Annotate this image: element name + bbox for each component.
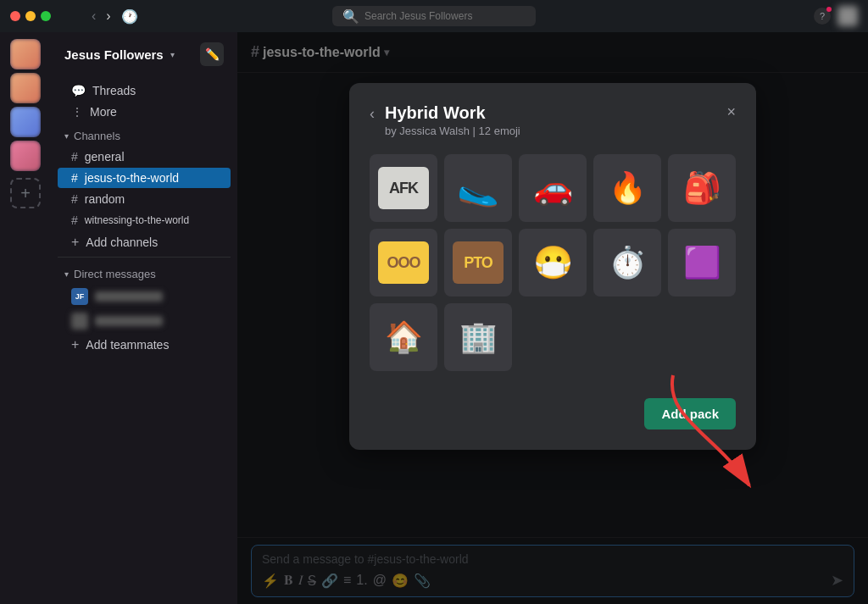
modal-author: by Jessica Walsh (385, 125, 470, 137)
emoji-afk[interactable]: AFK (370, 154, 437, 222)
afk-text: AFK (378, 167, 429, 209)
search-icon: 🔍 (342, 8, 359, 25)
app-rail: + (0, 32, 51, 604)
emoji-slipper[interactable]: 🥿 (444, 154, 512, 222)
sidebar-item-dm-2[interactable] (58, 309, 231, 333)
sidebar: Jesus Followers ▾ ✏️ 💬 Threads ⋮ More ▾ … (51, 32, 237, 604)
slack-box-char: 🟪 (683, 245, 721, 280)
rail-item-2[interactable] (10, 107, 41, 137)
workspace-chevron: ▾ (170, 50, 175, 59)
modal-back-button[interactable]: ‹ (370, 105, 375, 123)
emoji-slack-box[interactable]: 🟪 (668, 229, 736, 296)
emoji-empty-3 (668, 303, 736, 371)
emoji-ooo[interactable]: OOO (370, 229, 437, 296)
modal-title-section: Hybrid Work by Jessica Walsh | 12 emoji (385, 103, 716, 137)
modal-subtitle: by Jessica Walsh | 12 emoji (385, 125, 716, 137)
add-workspace-button[interactable]: + (10, 178, 41, 208)
sidebar-divider (58, 257, 231, 258)
more-label: More (90, 105, 117, 119)
close-button[interactable] (10, 11, 20, 21)
add-pack-button[interactable]: Add pack (644, 398, 736, 429)
main-layout: + Jesus Followers ▾ ✏️ 💬 Threads ⋮ More … (0, 32, 868, 604)
titlebar: ‹ › 🕐 🔍 ? (0, 0, 868, 32)
emoji-pocket-watch[interactable]: ⏱️ (593, 229, 661, 296)
dm-section-header[interactable]: ▾ Direct messages (51, 261, 237, 284)
search-bar[interactable]: 🔍 (332, 6, 536, 26)
modal-footer: Add pack (370, 398, 736, 429)
workspace-icon[interactable] (10, 39, 41, 69)
sidebar-item-witnessing[interactable]: # witnessing-to-the-world (58, 210, 231, 230)
hash-icon-active: # (71, 171, 78, 185)
forward-arrow[interactable]: › (103, 7, 114, 26)
threads-label: Threads (92, 84, 136, 97)
active-channel-label: jesus-to-the-world (85, 171, 179, 185)
emoji-building[interactable]: 🏢 (444, 303, 512, 371)
emoji-empty-2 (593, 303, 661, 371)
add-teammates-label: Add teammates (86, 338, 169, 352)
traffic-lights (10, 11, 51, 21)
search-input[interactable] (364, 10, 526, 22)
ooo-text: OOO (378, 241, 429, 284)
emoji-face-mask[interactable]: 😷 (519, 229, 587, 296)
desk-fire-char: 🔥 (609, 170, 647, 206)
sidebar-item-add-channels[interactable]: + Add channels (58, 231, 231, 253)
titlebar-right: ? (814, 6, 858, 26)
hash-icon-witnessing: # (71, 213, 78, 227)
modal-title: Hybrid Work (385, 103, 716, 123)
channels-toggle: ▾ (64, 131, 69, 141)
workspace-name: Jesus Followers (64, 47, 164, 62)
rail-item-1[interactable] (10, 73, 41, 103)
emoji-pto[interactable]: PTO (444, 229, 512, 296)
hash-icon-general: # (71, 150, 78, 163)
modal-emoji-count: 12 emoji (479, 125, 520, 137)
emoji-empty-1 (519, 303, 587, 371)
house-slack-char: 🏠 (385, 319, 423, 355)
pocket-watch-char: ⏱️ (609, 245, 647, 280)
sidebar-item-jesus-to-the-world[interactable]: # jesus-to-the-world (58, 168, 231, 188)
user-avatar[interactable] (837, 6, 858, 26)
dm-name-2 (95, 316, 163, 326)
emoji-car-sign[interactable]: 🚗 (519, 154, 587, 222)
hash-icon-random: # (71, 192, 78, 206)
building-char: 🏢 (459, 319, 498, 355)
rail-item-3[interactable] (10, 141, 41, 171)
nav-arrows: ‹ › 🕐 (88, 7, 142, 26)
notification-dot (826, 7, 832, 12)
sidebar-item-random[interactable]: # random (58, 189, 231, 209)
jf-avatar: JF (71, 288, 88, 305)
plus-icon-teammates: + (71, 337, 79, 352)
plus-icon-channels: + (71, 235, 79, 250)
sidebar-item-dm-1[interactable]: JF (58, 285, 231, 308)
threads-icon: 💬 (71, 84, 86, 97)
workspace-header[interactable]: Jesus Followers ▾ ✏️ (51, 32, 237, 76)
sidebar-item-general[interactable]: # general (58, 147, 231, 167)
general-label: general (85, 150, 125, 163)
emoji-desk-fire[interactable]: 🔥 (593, 154, 661, 222)
emoji-grid: AFK 🥿 🚗 🔥 🎒 OOO (370, 154, 736, 371)
more-icon: ⋮ (71, 105, 83, 119)
sidebar-nav: 💬 Threads ⋮ More ▾ Channels # general # … (51, 76, 237, 360)
face-mask-char: 😷 (533, 244, 573, 281)
witnessing-label: witnessing-to-the-world (85, 214, 189, 226)
emoji-backpack[interactable]: 🎒 (668, 154, 736, 222)
modal-close-button[interactable]: × (726, 103, 736, 121)
modal-overlay: ‹ Hybrid Work by Jessica Walsh | 12 emoj… (237, 32, 868, 604)
modal-header: ‹ Hybrid Work by Jessica Walsh | 12 emoj… (370, 103, 736, 137)
sidebar-item-add-teammates[interactable]: + Add teammates (58, 334, 231, 356)
content-area: # jesus-to-the-world ▾ Send a message to… (237, 32, 868, 604)
maximize-button[interactable] (41, 11, 51, 21)
emoji-pack-modal: ‹ Hybrid Work by Jessica Walsh | 12 emoj… (349, 83, 756, 450)
sidebar-item-threads[interactable]: 💬 Threads (58, 80, 231, 101)
backpack-char: 🎒 (683, 170, 721, 206)
dm-label: Direct messages (74, 268, 156, 280)
edit-button[interactable]: ✏️ (200, 42, 224, 66)
history-icon[interactable]: 🕐 (118, 7, 142, 26)
emoji-house-slack[interactable]: 🏠 (370, 303, 437, 371)
sidebar-item-more[interactable]: ⋮ More (58, 102, 231, 122)
dm-avatar-2 (71, 313, 88, 330)
channels-section-header[interactable]: ▾ Channels (51, 123, 237, 146)
car-sign-char: 🚗 (533, 169, 573, 207)
minimize-button[interactable] (25, 11, 36, 21)
help-button[interactable]: ? (814, 8, 831, 25)
back-arrow[interactable]: ‹ (88, 7, 99, 26)
